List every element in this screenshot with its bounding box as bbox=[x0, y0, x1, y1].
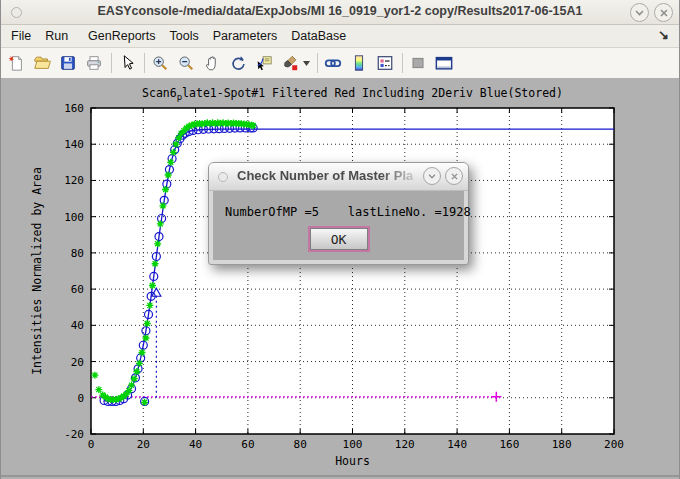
svg-text:60: 60 bbox=[241, 438, 254, 451]
svg-text:80: 80 bbox=[294, 438, 307, 451]
hide-plot-tools-icon[interactable] bbox=[407, 52, 429, 74]
close-button[interactable] bbox=[654, 3, 673, 22]
menu-parameters[interactable]: Parameters bbox=[213, 29, 278, 43]
window-title: EASYconsole-/media/data/ExpJobs/MI 16_09… bbox=[1, 4, 679, 18]
dialog-menu-icon[interactable] bbox=[218, 172, 228, 182]
undock-menu-icon[interactable]: ↘ bbox=[658, 27, 669, 42]
rotate-3d-icon[interactable] bbox=[227, 52, 249, 74]
svg-text:180: 180 bbox=[552, 438, 572, 451]
dialog-minimize-button[interactable] bbox=[423, 167, 441, 185]
svg-text:80: 80 bbox=[71, 247, 84, 260]
y-axis-label: Intensities Normalized by Area bbox=[30, 167, 44, 375]
insert-legend-icon[interactable] bbox=[374, 52, 396, 74]
close-icon bbox=[660, 9, 668, 17]
ok-button[interactable]: OK bbox=[310, 228, 368, 250]
svg-text:100: 100 bbox=[343, 438, 363, 451]
svg-text:120: 120 bbox=[395, 438, 415, 451]
svg-text:20: 20 bbox=[137, 438, 150, 451]
minimize-button[interactable] bbox=[630, 3, 649, 22]
dock-figure-icon[interactable] bbox=[433, 52, 455, 74]
svg-text:0: 0 bbox=[88, 438, 95, 451]
zoom-in-icon[interactable] bbox=[149, 52, 171, 74]
svg-text:160: 160 bbox=[64, 102, 84, 115]
chevron-down-icon bbox=[635, 10, 644, 16]
menu-database[interactable]: DataBase bbox=[291, 29, 346, 43]
svg-text:60: 60 bbox=[71, 283, 84, 296]
close-icon bbox=[451, 173, 458, 180]
svg-text:160: 160 bbox=[499, 438, 519, 451]
brush-data-icon[interactable] bbox=[279, 52, 301, 74]
toolbar bbox=[1, 48, 679, 79]
x-axis-label: Hours bbox=[335, 454, 370, 468]
svg-text:20: 20 bbox=[71, 356, 84, 369]
svg-text:140: 140 bbox=[64, 138, 84, 151]
zoom-out-icon[interactable] bbox=[175, 52, 197, 74]
easyconsole-window: EASYconsole-/media/data/ExpJobs/MI 16_09… bbox=[0, 0, 680, 479]
menu-run[interactable]: Run bbox=[45, 29, 68, 43]
new-file-icon[interactable] bbox=[5, 52, 27, 74]
brush-dropdown-caret[interactable] bbox=[301, 52, 311, 74]
dialog-message: NumberOfMP =5 lastLineNo. =1928 bbox=[213, 205, 464, 219]
svg-text:100: 100 bbox=[64, 211, 84, 224]
svg-text:-20: -20 bbox=[64, 428, 84, 441]
dialog-title: Check Number of Master Pla bbox=[237, 168, 427, 183]
menu-file[interactable]: File bbox=[11, 29, 31, 43]
menu-tools[interactable]: Tools bbox=[170, 29, 199, 43]
open-file-icon[interactable] bbox=[31, 52, 53, 74]
dialog-titlebar[interactable]: Check Number of Master Pla bbox=[209, 163, 468, 191]
plot-title: Scan6plate1-Spot#1 Filtered Red Includin… bbox=[142, 86, 563, 102]
svg-text:40: 40 bbox=[71, 319, 84, 332]
link-plots-icon[interactable] bbox=[322, 52, 344, 74]
check-master-plates-dialog: Check Number of Master Pla NumberOfMP =5… bbox=[208, 162, 469, 265]
menubar: File Run GenReports Tools Parameters Dat… bbox=[1, 25, 679, 48]
svg-text:40: 40 bbox=[189, 438, 202, 451]
chevron-down-icon bbox=[428, 174, 436, 179]
data-cursor-icon[interactable] bbox=[253, 52, 275, 74]
svg-text:0: 0 bbox=[77, 392, 84, 405]
figure-area: 020406080100120140160180200-200204060801… bbox=[1, 78, 680, 477]
print-figure-icon[interactable] bbox=[83, 52, 105, 74]
svg-text:120: 120 bbox=[64, 174, 84, 187]
svg-text:140: 140 bbox=[447, 438, 467, 451]
dialog-close-button[interactable] bbox=[445, 167, 463, 185]
insert-colorbar-icon[interactable] bbox=[348, 52, 370, 74]
dialog-body: NumberOfMP =5 lastLineNo. =1928 OK bbox=[213, 191, 464, 260]
pan-hand-icon[interactable] bbox=[201, 52, 223, 74]
save-figure-icon[interactable] bbox=[57, 52, 79, 74]
window-titlebar[interactable]: EASYconsole-/media/data/ExpJobs/MI 16_09… bbox=[1, 0, 679, 25]
svg-text:200: 200 bbox=[604, 438, 624, 451]
growth-curve-plot[interactable]: 020406080100120140160180200-200204060801… bbox=[1, 78, 680, 475]
pointer-icon[interactable] bbox=[116, 52, 138, 74]
menu-genreports[interactable]: GenReports bbox=[88, 29, 155, 43]
